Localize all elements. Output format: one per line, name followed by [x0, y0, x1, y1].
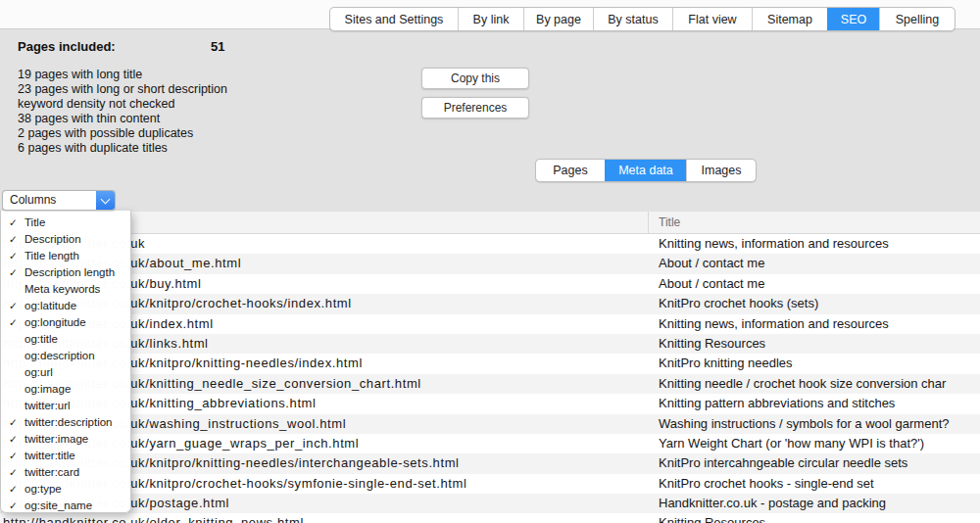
- check-icon: ✓: [1, 316, 24, 328]
- check-icon: ✓: [1, 300, 24, 311]
- view-tab-pages[interactable]: Pages: [536, 160, 605, 181]
- menu-item-label: og:description: [24, 350, 95, 361]
- meta-data-table: Title http://handknitter.co.ukKnitting n…: [0, 212, 980, 523]
- menu-item-label: Meta keywords: [24, 283, 100, 295]
- menu-item-label: twitter:image: [24, 433, 88, 445]
- title-cell: About / contact me: [659, 254, 764, 273]
- menu-item-label: og:title: [24, 333, 58, 345]
- menu-item-label: Description: [24, 233, 81, 245]
- menu-item-label: og:image: [24, 383, 71, 395]
- menu-item-meta-keywords[interactable]: Meta keywords: [1, 280, 130, 297]
- view-tab-meta-data[interactable]: Meta data: [605, 160, 686, 181]
- tab-spelling[interactable]: Spelling: [879, 8, 955, 30]
- title-cell: Handknitter.co.uk - postage and packing: [659, 494, 886, 513]
- table-row[interactable]: http://handknitter.co.uk/knitting_abbrev…: [0, 394, 980, 413]
- table-row[interactable]: http://handknitter.co.uk/older_knitting_…: [0, 513, 980, 523]
- app-window: Sites and Settings By link By page By st…: [0, 0, 980, 523]
- title-cell: About / contact me: [659, 274, 764, 294]
- menu-item-label: Title: [24, 216, 45, 228]
- menu-item-twitter-url[interactable]: twitter:url: [1, 397, 130, 413]
- menu-item-twitter-title[interactable]: ✓twitter:title: [1, 447, 130, 463]
- title-cell: Knitting Resources: [659, 334, 765, 354]
- menu-item-twitter-image[interactable]: ✓twitter:image: [1, 430, 130, 447]
- title-cell: KnitPro knitting needles: [659, 354, 793, 373]
- table-row[interactable]: http://handknitter.co.uk/buy.htmlAbout /…: [0, 274, 980, 294]
- table-header[interactable]: Title: [0, 212, 980, 234]
- check-icon: ✓: [1, 216, 24, 228]
- columns-popup-button[interactable]: Columns: [2, 190, 116, 211]
- menu-item-title[interactable]: ✓Title: [1, 214, 130, 230]
- title-cell: KnitPro crochet hooks (sets): [659, 294, 818, 313]
- title-cell: Washing instructions / symbols for a woo…: [659, 414, 949, 434]
- title-cell: Yarn Weight Chart (or 'how many WPI is t…: [659, 434, 924, 453]
- popup-cap[interactable]: [96, 191, 115, 210]
- chevron-down-icon: [101, 195, 111, 205]
- pages-included-value: 51: [211, 39, 224, 54]
- check-icon: ✓: [1, 450, 24, 461]
- columns-menu: ✓Title ✓Description ✓Title length ✓Descr…: [0, 211, 131, 513]
- menu-item-og-type[interactable]: ✓og:type: [1, 480, 130, 497]
- stat-line-duplicate-titles: 6 pages with duplicate titles: [18, 141, 227, 156]
- menu-item-description[interactable]: ✓Description: [1, 230, 130, 247]
- menu-item-twitter-card[interactable]: ✓twitter:card: [1, 463, 130, 480]
- tab-by-page[interactable]: By page: [523, 8, 593, 30]
- table-row[interactable]: http://handknitter.co.uk/washing_instruc…: [0, 414, 980, 434]
- stat-line-thin-content: 38 pages with thin content: [18, 112, 227, 126]
- menu-item-label: twitter:description: [24, 416, 112, 428]
- menu-item-og-site-name[interactable]: ✓og:site_name: [1, 497, 130, 513]
- preferences-button[interactable]: Preferences: [421, 97, 529, 119]
- tab-seo[interactable]: SEO: [827, 8, 879, 30]
- menu-item-og-image[interactable]: og:image: [1, 380, 130, 397]
- table-row[interactable]: http://handknitter.co.uk/knitpro/knittin…: [0, 453, 980, 473]
- tab-by-status[interactable]: By status: [593, 8, 672, 30]
- menu-item-twitter-description[interactable]: ✓twitter:description: [1, 413, 130, 430]
- stat-line-description: 23 pages with long or short description: [18, 82, 227, 97]
- table-row[interactable]: http://handknitter.co.uk/index.htmlKnitt…: [0, 314, 980, 334]
- table-rows: http://handknitter.co.ukKnitting news, i…: [0, 234, 980, 523]
- menu-item-og-url[interactable]: og:url: [1, 363, 130, 380]
- menu-item-og-title[interactable]: og:title: [1, 330, 130, 347]
- table-row[interactable]: http://handknitter.co.uk/knitpro/knittin…: [0, 354, 980, 373]
- copy-this-button[interactable]: Copy this: [421, 68, 529, 89]
- table-row[interactable]: http://handknitter.co.uk/about_me.htmlAb…: [0, 254, 980, 273]
- menu-item-label: og:type: [24, 483, 62, 495]
- title-cell: Knitting news, information and resources: [659, 234, 889, 254]
- menu-item-label: og:site_name: [24, 499, 92, 511]
- title-cell: Knitting needle / crochet hook size conv…: [659, 374, 946, 394]
- url-cell: http://handknitter.co.uk/older_knitting_…: [3, 513, 304, 523]
- table-row[interactable]: http://handknitter.co.uk/links.htmlKnitt…: [0, 334, 980, 354]
- title-column-header[interactable]: Title: [659, 212, 680, 233]
- title-cell: Knitting Resources: [659, 513, 765, 523]
- tab-flat-view[interactable]: Flat view: [672, 8, 752, 30]
- pages-included-label: Pages included:: [18, 39, 116, 54]
- tab-sitemap[interactable]: Sitemap: [752, 8, 827, 30]
- menu-item-og-longitude[interactable]: ✓og:longitude: [1, 313, 130, 330]
- stat-line-possible-duplicates: 2 pages with possible duplicates: [18, 126, 227, 141]
- check-icon: ✓: [1, 433, 24, 445]
- columns-popup-label: Columns: [10, 191, 56, 210]
- mode-tab-bar: Sites and Settings By link By page By st…: [329, 7, 956, 31]
- table-row[interactable]: http://handknitter.co.uk/postage.htmlHan…: [0, 494, 980, 513]
- table-row[interactable]: http://handknitter.co.uk/yarn_guage_wrap…: [0, 434, 980, 453]
- table-row[interactable]: http://handknitter.co.ukKnitting news, i…: [0, 234, 980, 254]
- menu-item-og-description[interactable]: og:description: [1, 347, 130, 363]
- menu-item-label: twitter:url: [24, 400, 71, 411]
- check-icon: ✓: [1, 233, 24, 245]
- menu-item-label: og:longitude: [24, 316, 86, 328]
- tab-sites-and-settings[interactable]: Sites and Settings: [330, 8, 458, 30]
- table-row[interactable]: http://handknitter.co.uk/knitpro/crochet…: [0, 294, 980, 313]
- view-tab-images[interactable]: Images: [686, 160, 756, 181]
- column-divider[interactable]: [648, 212, 649, 233]
- menu-item-title-length[interactable]: ✓Title length: [1, 247, 130, 263]
- menu-item-og-latitude[interactable]: ✓og:latitude: [1, 297, 130, 313]
- check-icon: ✓: [1, 483, 24, 495]
- menu-item-description-length[interactable]: ✓Description length: [1, 263, 130, 280]
- check-icon: ✓: [1, 466, 24, 478]
- table-row[interactable]: http://handknitter.co.uk/knitpro/crochet…: [0, 474, 980, 494]
- title-cell: KnitPro intercahngeable circular needle …: [659, 453, 907, 473]
- stat-line-long-title: 19 pages with long title: [18, 68, 227, 82]
- table-row[interactable]: http://handknitter.co.uk/knitting_needle…: [0, 374, 980, 394]
- menu-item-label: Description length: [24, 266, 115, 278]
- tab-by-link[interactable]: By link: [458, 8, 523, 30]
- stat-line-keyword-density: keyword density not checked: [18, 97, 227, 112]
